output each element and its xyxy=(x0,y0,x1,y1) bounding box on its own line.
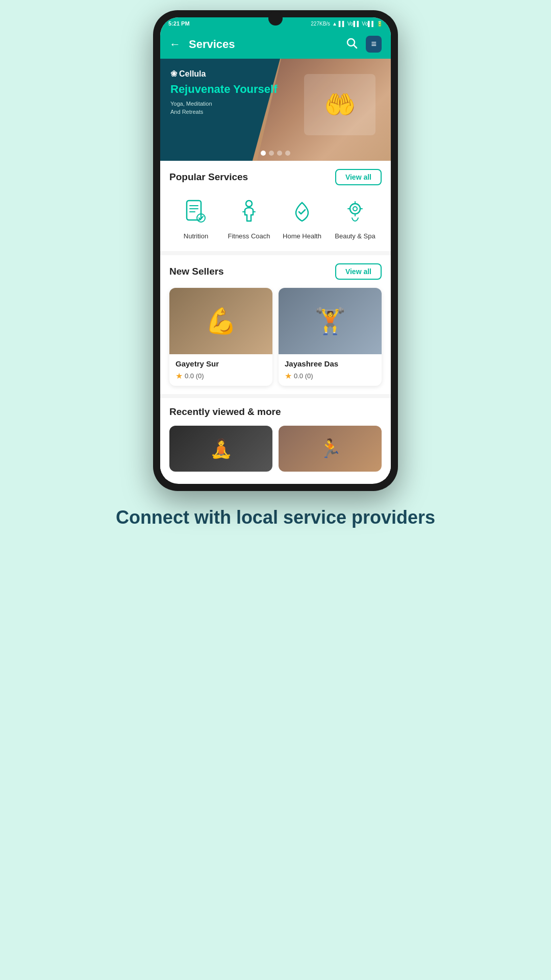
svg-rect-2 xyxy=(187,201,201,220)
nutrition-label: Nutrition xyxy=(184,232,208,241)
service-home-health[interactable]: Home Health xyxy=(276,195,329,241)
carousel-dots xyxy=(261,151,290,156)
new-sellers-view-all[interactable]: View all xyxy=(335,263,382,280)
recently-viewed-header: Recently viewed & more xyxy=(169,406,382,418)
brand-logo: ❀ Cellula xyxy=(170,69,277,79)
star-icon-1: ★ xyxy=(176,371,183,381)
service-nutrition[interactable]: Nutrition xyxy=(169,195,222,241)
seller-card-2[interactable]: 🏋️ Jayashree Das ★ 0.0 (0) xyxy=(279,288,382,386)
recently-card-1[interactable]: 🧘 xyxy=(169,426,272,472)
phone-frame: 5:21 PM 227KB/s ▲ ▌▌ Vo▌▌ Vo▌▌ 🔋 ← Servi… xyxy=(153,10,398,491)
recently-viewed-section: Recently viewed & more 🧘 🏃 xyxy=(160,398,391,480)
banner-photo-detail: 🤲 xyxy=(304,74,375,135)
header-left: ← Services xyxy=(169,38,235,51)
service-fitness-coach[interactable]: Fitness Coach xyxy=(222,195,276,241)
fitness-coach-label: Fitness Coach xyxy=(228,232,270,241)
star-icon-2: ★ xyxy=(285,371,292,381)
recently-card-2[interactable]: 🏃 xyxy=(279,426,382,472)
popular-services-title: Popular Services xyxy=(169,172,248,183)
seller-name-2: Jayashree Das xyxy=(285,359,375,368)
seller-info-1: Gayetry Sur ★ 0.0 (0) xyxy=(169,354,272,386)
svg-line-1 xyxy=(354,45,357,48)
recently-photo-2: 🏃 xyxy=(279,426,382,472)
seller-photo-2: 🏋️ xyxy=(279,288,382,354)
search-icon[interactable] xyxy=(345,37,358,52)
services-grid: Nutrition Fitness Coach xyxy=(169,193,382,243)
popular-services-header: Popular Services View all xyxy=(169,169,382,185)
network-speed: 227KB/s xyxy=(311,21,330,27)
banner-tagline: Rejuvenate Yourself xyxy=(170,83,277,96)
status-bar: 5:21 PM 227KB/s ▲ ▌▌ Vo▌▌ Vo▌▌ 🔋 xyxy=(160,17,391,30)
menu-button[interactable]: ≡ xyxy=(366,36,382,53)
seller-name-1: Gayetry Sur xyxy=(176,359,266,368)
banner-text: ❀ Cellula Rejuvenate Yourself Yoga, Medi… xyxy=(170,69,277,116)
rating-value-1: 0.0 (0) xyxy=(185,372,204,380)
service-beauty-spa[interactable]: Beauty & Spa xyxy=(329,195,382,241)
new-sellers-title: New Sellers xyxy=(169,266,224,277)
home-health-label: Home Health xyxy=(283,232,321,241)
beauty-spa-icon xyxy=(339,195,371,228)
sellers-grid: 💪 Gayetry Sur ★ 0.0 (0) 🏋️ xyxy=(169,288,382,386)
seller-rating-1: ★ 0.0 (0) xyxy=(176,371,266,381)
tagline-text: Connect with local service providers xyxy=(116,506,435,528)
fitness-coach-icon xyxy=(233,195,265,228)
app-header: ← Services ≡ xyxy=(160,30,391,59)
status-time: 5:21 PM xyxy=(168,20,190,27)
nutrition-icon xyxy=(180,195,212,228)
hero-banner: 🤲 ❀ Cellula Rejuvenate Yourself Yoga, Me… xyxy=(160,59,391,161)
recently-photo-1: 🧘 xyxy=(169,426,272,472)
new-sellers-header: New Sellers View all xyxy=(169,263,382,280)
popular-services-view-all[interactable]: View all xyxy=(335,169,382,185)
recently-grid: 🧘 🏃 xyxy=(169,426,382,472)
banner-subtitle: Yoga, MeditationAnd Retreats xyxy=(170,100,277,116)
signal-icons: ▲ ▌▌ Vo▌▌ Vo▌▌ 🔋 xyxy=(332,21,383,27)
back-button[interactable]: ← xyxy=(169,38,181,51)
beauty-spa-label: Beauty & Spa xyxy=(335,232,375,241)
seller-card-1[interactable]: 💪 Gayetry Sur ★ 0.0 (0) xyxy=(169,288,272,386)
page-title: Services xyxy=(189,38,235,51)
dot-1[interactable] xyxy=(261,151,266,156)
svg-point-7 xyxy=(246,201,252,207)
recently-viewed-title: Recently viewed & more xyxy=(169,406,281,418)
header-right: ≡ xyxy=(345,36,382,53)
dot-3[interactable] xyxy=(277,151,282,156)
status-right: 227KB/s ▲ ▌▌ Vo▌▌ Vo▌▌ 🔋 xyxy=(311,21,383,27)
svg-point-11 xyxy=(353,207,357,211)
popular-services-section: Popular Services View all xyxy=(160,161,391,251)
seller-photo-1: 💪 xyxy=(169,288,272,354)
main-content: Popular Services View all xyxy=(160,161,391,480)
dot-2[interactable] xyxy=(269,151,274,156)
seller-rating-2: ★ 0.0 (0) xyxy=(285,371,375,381)
rating-value-2: 0.0 (0) xyxy=(294,372,313,380)
tagline-section: Connect with local service providers xyxy=(106,491,445,538)
home-health-icon xyxy=(286,195,318,228)
phone-screen: 5:21 PM 227KB/s ▲ ▌▌ Vo▌▌ Vo▌▌ 🔋 ← Servi… xyxy=(160,17,391,484)
seller-info-2: Jayashree Das ★ 0.0 (0) xyxy=(279,354,382,386)
svg-point-10 xyxy=(350,204,360,214)
new-sellers-section: New Sellers View all 💪 Gayetry Sur ★ 0.0… xyxy=(160,255,391,394)
dot-4[interactable] xyxy=(285,151,290,156)
